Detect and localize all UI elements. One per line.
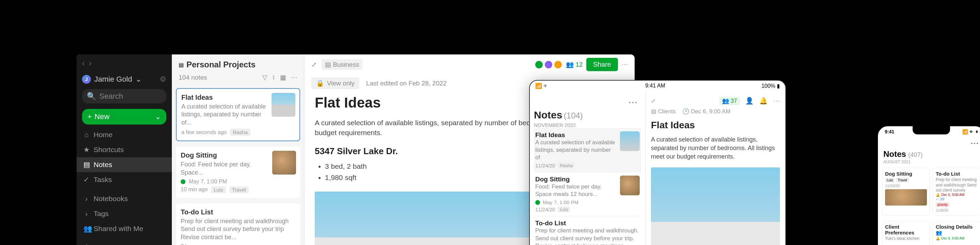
breadcrumb[interactable]: ▤ Business [321, 59, 363, 70]
avatar: J [82, 75, 91, 84]
note-reminder: Dec 6, 9:00 AM [941, 237, 964, 240]
note-card[interactable]: Dog Sitting Food: Feed twice per day. Sp… [176, 147, 300, 198]
more-icon[interactable]: ⋯ [534, 95, 641, 109]
lock-icon: 🔒 [316, 79, 324, 87]
note-title[interactable]: Flat Ideas [651, 120, 780, 130]
sidebar-item-notebooks[interactable]: ›Notebooks [76, 191, 172, 206]
view-icon[interactable]: ▦ [280, 73, 286, 81]
status-time: 9:41 AM [645, 83, 665, 89]
note-date: 11/24/20 [535, 207, 555, 212]
expand-icon[interactable]: ⤢ [311, 60, 317, 68]
note-card[interactable]: To-do List Prep for client meeting and w… [933, 168, 980, 215]
share-button[interactable]: Share [586, 58, 618, 71]
phone-app: 9:41 📶 ᯤ ▮ ⋯ Notes (407) AUGUST 2021 Dog… [877, 125, 980, 245]
breadcrumb[interactable]: ▤ Clients 🕐 Dec 6, 9:00 AM [651, 108, 780, 115]
signal-icon: 📶 ᯤ [535, 83, 549, 89]
note-card[interactable]: Dog Sitting Food: Feed twice per day. Sp… [534, 172, 641, 216]
note-time: 10 min ago [181, 186, 208, 192]
search-input[interactable]: 🔍 Search [82, 89, 166, 103]
note-author: Luis [558, 207, 570, 212]
note-card[interactable]: Dog Sitting LuisTravel 11/24/20 [882, 168, 930, 215]
star-icon: ★ [83, 146, 89, 154]
sidebar-label: Shared with Me [94, 224, 143, 233]
status-icons: 📶 ᯤ ▮ [962, 129, 978, 134]
page-title: Notes [534, 109, 562, 121]
note-title: Dog Sitting [885, 171, 927, 177]
people-icon: 👥 [566, 60, 574, 68]
note-body: Prep for client meeting and walkthrough … [936, 177, 978, 192]
notebook-icon: ▤ [179, 62, 184, 68]
new-button[interactable]: +New ⌄ [82, 109, 166, 124]
note-card[interactable]: Flat Ideas A curated selection of availa… [176, 88, 300, 141]
more-icon[interactable]: ⋯ [291, 73, 298, 81]
filter-icon[interactable]: ▽ [262, 73, 267, 81]
note-title: To-do List [535, 220, 640, 227]
reminder-dot-icon [535, 200, 540, 205]
note-body: Prep for client meeting and walkthrough … [181, 218, 295, 241]
tablet-app: 📶 ᯤ 9:41 AM 100% ▮ ⋯ Notes (104) NOVEMBE… [529, 80, 786, 245]
more-icon[interactable]: ⋯ [878, 137, 980, 150]
search-icon: 🔍 [87, 92, 96, 101]
gear-icon[interactable]: ⚙ [159, 75, 166, 84]
more-icon[interactable]: ⋯ [773, 97, 780, 105]
note-body: Yuki's ideal kitchen [885, 236, 927, 245]
avatar[interactable] [554, 60, 563, 69]
note-image [651, 167, 780, 245]
avatar[interactable] [535, 60, 543, 69]
note-thumbnail [272, 151, 296, 175]
note-time: a few seconds ago [181, 129, 227, 135]
month-header: AUGUST 2021 [878, 159, 980, 165]
sidebar-item-shortcuts[interactable]: ★Shortcuts [76, 142, 172, 157]
trash-icon: 🗑 [83, 243, 89, 245]
sort-icon[interactable]: ↕ [272, 73, 275, 81]
note-card[interactable]: To-do List Prep for client meeting and w… [176, 204, 300, 245]
note-reminder: May 7, 1:00 PM [543, 199, 579, 205]
sidebar-item-tasks[interactable]: ✓Tasks [76, 172, 172, 187]
sidebar-item-shared[interactable]: 👥Shared with Me [76, 221, 172, 236]
new-label: New [95, 112, 110, 121]
people-count[interactable]: 👥12 [566, 60, 582, 68]
plus-icon: + [88, 112, 92, 121]
people-count[interactable]: 👥37 [719, 97, 740, 105]
back-icon[interactable]: ‹ [82, 59, 85, 68]
editor: ⤢ 👥37 👤 🔔 ⋯ ▤ Clients 🕐 Dec 6, 9:00 AM F… [646, 91, 785, 245]
note-author: Rasha [230, 129, 250, 136]
bell-icon: 🔔 [936, 193, 940, 197]
sidebar-item-tags[interactable]: ›Tags [76, 206, 172, 221]
bell-icon[interactable]: 🔔 [759, 97, 768, 105]
sidebar-label: Home [94, 130, 113, 139]
notebook-title: Personal Projects [186, 60, 256, 69]
note-paragraph[interactable]: A curated selection of available listing… [651, 135, 780, 161]
status-time: 9:41 [885, 129, 894, 134]
note-reminder: Dec 5, 9:00 AM [941, 193, 964, 197]
expand-icon[interactable]: ⤢ [651, 98, 655, 104]
more-icon[interactable]: ⋯ [621, 60, 628, 68]
note-tag: Luis [885, 178, 894, 182]
note-card[interactable]: Client Preferences Yuki's ideal kitchen [882, 221, 930, 245]
note-card[interactable]: Closing Details 👥 🔔Dec 6, 9:00 AM [933, 221, 980, 245]
sidebar-item-home[interactable]: ⌂Home [76, 127, 172, 142]
chevron-down-icon: ⌄ [135, 75, 142, 84]
sidebar-label: Notes [94, 161, 112, 169]
forward-icon[interactable]: › [89, 59, 92, 68]
user-name: Jamie Gold [94, 75, 132, 84]
people-icon: 👥 [722, 97, 729, 105]
sidebar-item-trash[interactable]: 🗑Trash [76, 240, 172, 245]
note-thumbnail [620, 131, 640, 151]
user-menu[interactable]: J Jamie Gold ⌄ ⚙ [76, 72, 172, 86]
search-placeholder: Search [99, 92, 123, 101]
note-date: 11/24/20 [885, 184, 927, 188]
note-card[interactable]: To-do List Prep for client meeting and w… [534, 216, 641, 245]
note-thumbnail [272, 93, 295, 117]
sidebar-label: Trash [94, 243, 111, 245]
people-icon: 👥 [83, 224, 89, 233]
avatar[interactable] [544, 60, 553, 69]
sidebar-label: Notebooks [94, 195, 127, 203]
note-card[interactable]: Flat Ideas A curated selection of availa… [534, 128, 641, 172]
person-add-icon[interactable]: 👤 [745, 97, 754, 105]
sidebar-item-notes[interactable]: ▤Notes [76, 157, 172, 172]
note-reminder: May 7, 1:00 PM [189, 179, 227, 185]
chevron-right-icon: › [83, 195, 89, 203]
sidebar: ‹ › J Jamie Gold ⌄ ⚙ 🔍 Search +New ⌄ ⌂Ho… [76, 54, 172, 245]
page-title: Notes [883, 150, 906, 159]
